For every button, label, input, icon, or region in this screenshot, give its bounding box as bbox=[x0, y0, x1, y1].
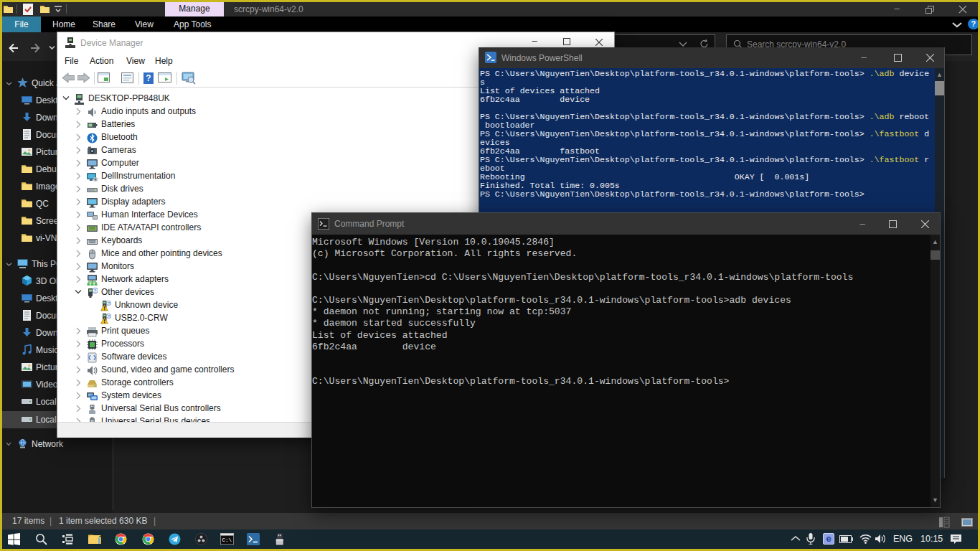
svg-text:?: ? bbox=[94, 288, 97, 293]
svg-text:C:\: C:\ bbox=[222, 537, 232, 543]
